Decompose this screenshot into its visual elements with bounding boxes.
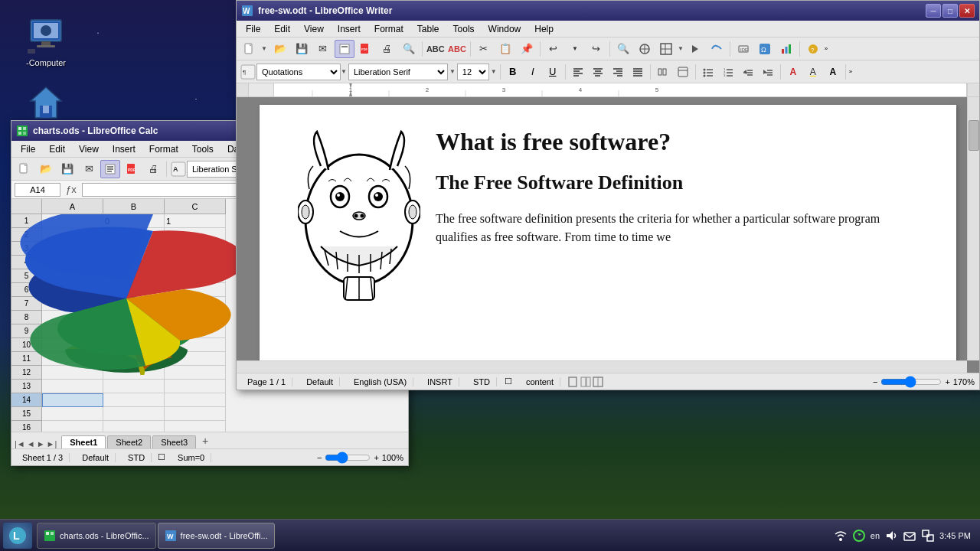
calc-menu-view[interactable]: View bbox=[73, 142, 105, 156]
writer-zoom-slider[interactable] bbox=[880, 376, 942, 388]
calc-edit-btn[interactable] bbox=[100, 160, 120, 178]
window-icon[interactable] bbox=[921, 529, 935, 543]
writer-maximize-button[interactable]: □ bbox=[942, 4, 958, 18]
writer-underline-btn[interactable]: U bbox=[544, 64, 562, 80]
calc-open-btn[interactable]: 📂 bbox=[36, 160, 56, 178]
writer-more-format-btn[interactable]: » bbox=[849, 68, 852, 75]
calc-cell-a15[interactable] bbox=[42, 407, 103, 421]
calc-cell-a14[interactable] bbox=[42, 393, 103, 407]
writer-spellcheck-btn[interactable]: ABC bbox=[426, 40, 446, 58]
language-indicator[interactable]: en bbox=[871, 531, 880, 540]
writer-numbered-list-btn[interactable]: 1.2.3. bbox=[719, 64, 737, 80]
calc-cell-b14[interactable] bbox=[103, 393, 165, 407]
calc-email-btn[interactable]: ✉ bbox=[79, 160, 99, 178]
computer-icon[interactable]: -Computer bbox=[15, 15, 77, 67]
writer-save-btn[interactable]: 💾 bbox=[292, 40, 312, 58]
writer-style-dd[interactable]: ▼ bbox=[341, 68, 347, 75]
writer-menu-format[interactable]: Format bbox=[368, 22, 410, 36]
writer-size-select[interactable]: 12 10 14 16 bbox=[457, 64, 489, 80]
sheet-nav-first[interactable]: |◄ bbox=[15, 439, 25, 448]
writer-new-dropdown[interactable]: ▼ bbox=[261, 45, 267, 52]
writer-formfield-btn[interactable]: ? bbox=[803, 40, 823, 58]
writer-close-button[interactable]: ✕ bbox=[959, 4, 975, 18]
calc-zoom-slider[interactable] bbox=[325, 452, 371, 464]
calc-menu-file[interactable]: File bbox=[15, 142, 41, 156]
writer-menu-edit[interactable]: Edit bbox=[268, 22, 296, 36]
writer-menu-insert[interactable]: Insert bbox=[332, 22, 367, 36]
writer-scrollbar-h[interactable] bbox=[237, 360, 967, 373]
sheet-nav-next[interactable]: ► bbox=[37, 439, 45, 448]
writer-menu-table[interactable]: Table bbox=[411, 22, 446, 36]
writer-basic-btn[interactable]: IDE bbox=[733, 40, 753, 58]
writer-charts-btn[interactable] bbox=[776, 40, 796, 58]
writer-align-center-btn[interactable] bbox=[589, 64, 607, 80]
writer-copy-btn[interactable]: 📋 bbox=[495, 40, 515, 58]
writer-view-icon2[interactable] bbox=[580, 377, 591, 387]
calc-menu-format[interactable]: Format bbox=[143, 142, 185, 156]
calc-print-btn[interactable]: 🖨 bbox=[143, 160, 163, 178]
volume-icon[interactable] bbox=[884, 529, 898, 543]
sheet-tab-add[interactable]: + bbox=[198, 433, 213, 448]
writer-pdf-btn[interactable]: PDF bbox=[356, 40, 376, 58]
calc-menu-insert[interactable]: Insert bbox=[106, 142, 142, 156]
taskbar-calc-button[interactable]: charts.ods - LibreOffic... bbox=[37, 523, 156, 549]
calc-cell-c15[interactable] bbox=[165, 407, 226, 421]
writer-redo-btn[interactable]: ↪ bbox=[586, 40, 606, 58]
writer-zoom-minus[interactable]: − bbox=[873, 377, 877, 386]
writer-style-select[interactable]: Quotations Default Heading 1 Heading 2 bbox=[256, 64, 341, 80]
writer-align-right-btn[interactable] bbox=[609, 64, 627, 80]
writer-scroll-thumb[interactable] bbox=[969, 120, 979, 151]
writer-cut-btn[interactable]: ✂ bbox=[474, 40, 494, 58]
writer-menu-view[interactable]: View bbox=[298, 22, 330, 36]
writer-font-dd[interactable]: ▼ bbox=[449, 68, 456, 75]
writer-menu-file[interactable]: File bbox=[240, 22, 266, 36]
writer-italic-btn[interactable]: I bbox=[524, 64, 542, 80]
writer-new-btn[interactable] bbox=[240, 40, 260, 58]
writer-context-btn[interactable] bbox=[674, 64, 692, 80]
writer-bullets-btn[interactable] bbox=[699, 64, 717, 80]
calc-cell-c16[interactable] bbox=[165, 421, 226, 432]
calc-cell-b15[interactable] bbox=[103, 407, 165, 421]
writer-paste-btn[interactable]: 📌 bbox=[517, 40, 537, 58]
writer-autocorrect-btn[interactable]: ABC bbox=[447, 40, 467, 58]
writer-print-btn[interactable]: 🖨 bbox=[377, 40, 397, 58]
calc-cell-b16[interactable] bbox=[103, 421, 165, 432]
sheet-tab-1[interactable]: Sheet1 bbox=[61, 435, 106, 448]
writer-inserttable-dd[interactable]: ▼ bbox=[678, 45, 684, 52]
sheet-tab-3[interactable]: Sheet3 bbox=[152, 435, 196, 448]
writer-undo-dd-btn[interactable]: ▼ bbox=[565, 40, 585, 58]
writer-increase-indent-btn[interactable] bbox=[759, 64, 777, 80]
writer-minimize-button[interactable]: ─ bbox=[926, 4, 941, 18]
writer-columns-btn[interactable] bbox=[654, 64, 672, 80]
sheet-nav-last[interactable]: ►| bbox=[47, 439, 57, 448]
writer-view-icon1[interactable] bbox=[568, 377, 579, 387]
writer-align-left-btn[interactable] bbox=[569, 64, 587, 80]
calc-save-btn[interactable]: 💾 bbox=[57, 160, 77, 178]
writer-charmap-btn[interactable]: Ω bbox=[755, 40, 775, 58]
writer-highlight-btn[interactable]: A bbox=[804, 64, 822, 80]
writer-menu-help[interactable]: Help bbox=[528, 22, 560, 36]
writer-macro-btn[interactable] bbox=[685, 40, 705, 58]
calc-menu-tools[interactable]: Tools bbox=[186, 142, 220, 156]
sheet-tab-2[interactable]: Sheet2 bbox=[107, 435, 151, 448]
writer-preview-btn[interactable]: 🔍 bbox=[399, 40, 419, 58]
calc-zoom-plus[interactable]: + bbox=[374, 453, 378, 462]
writer-find-btn[interactable]: 🔍 bbox=[613, 40, 633, 58]
writer-doc-area[interactable]: What is free software? The Free Software… bbox=[237, 97, 979, 373]
sheet-nav-prev[interactable]: ◄ bbox=[27, 439, 35, 448]
calc-cell-ref[interactable] bbox=[15, 183, 60, 197]
writer-menu-tools[interactable]: Tools bbox=[447, 22, 481, 36]
network-icon[interactable] bbox=[834, 529, 848, 543]
calc-pdf-btn[interactable]: PDF bbox=[122, 160, 142, 178]
writer-email-btn[interactable]: ✉ bbox=[313, 40, 333, 58]
writer-font-select[interactable]: Liberation Serif Liberation Sans Arial bbox=[348, 64, 448, 80]
calc-cell-c14[interactable] bbox=[165, 393, 226, 407]
update-icon[interactable] bbox=[852, 529, 866, 543]
calc-menu-edit[interactable]: Edit bbox=[43, 142, 71, 156]
writer-inserttable-btn[interactable] bbox=[656, 40, 676, 58]
writer-bold-btn[interactable]: B bbox=[504, 64, 522, 80]
email-icon[interactable] bbox=[903, 529, 916, 543]
writer-edit-mode-btn[interactable] bbox=[335, 40, 354, 58]
writer-field-btn[interactable] bbox=[707, 40, 727, 58]
writer-open-btn[interactable]: 📂 bbox=[270, 40, 290, 58]
